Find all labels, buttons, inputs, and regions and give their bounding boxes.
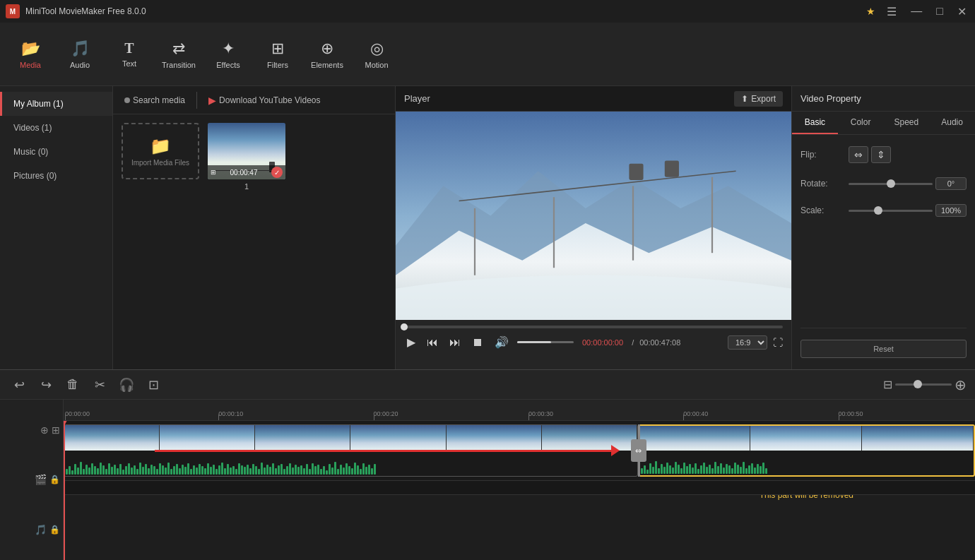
arrow-line (155, 450, 611, 452)
prop-tab-color[interactable]: Color (838, 112, 884, 134)
toolbar-filters[interactable]: ⊞ Filters (253, 26, 302, 83)
media-item[interactable]: ⊞ 00:00:47 ✓ 1 (208, 123, 285, 191)
flip-vertical-button[interactable]: ⇕ (871, 146, 891, 163)
player-title: Player (404, 93, 430, 104)
prev-button[interactable]: ⏮ (424, 335, 441, 350)
elements-icon: ⊕ (321, 40, 333, 58)
zoom-slider[interactable] (895, 383, 952, 386)
fullscreen-button[interactable]: ⛶ (773, 337, 783, 348)
zoom-out-button[interactable]: ⊟ (883, 378, 892, 391)
add-video-track-icon[interactable]: ⊕ (40, 424, 49, 436)
video-lock-icon[interactable]: 🔒 (49, 475, 60, 484)
zoom-in-button[interactable]: ⊕ (955, 376, 967, 393)
toolbar-media-label: Media (20, 61, 41, 69)
controls-row: ▶ ⏮ ⏭ ⏹ 🔊 00:00:00:00 / 00:00:47:08 16:9… (404, 334, 783, 350)
filters-icon: ⊞ (271, 40, 284, 58)
play-button[interactable]: ▶ (404, 334, 418, 350)
toolbar-text-label: Text (122, 59, 136, 68)
video-clip-right[interactable] (638, 424, 975, 477)
export-button[interactable]: ⬆ Export (734, 91, 783, 107)
split-handle[interactable]: ⇔ (631, 439, 646, 462)
menu-button[interactable]: ☰ (884, 5, 899, 18)
prop-tab-audio[interactable]: Audio (929, 112, 975, 134)
effects-icon: ✦ (222, 40, 235, 58)
mute-button[interactable]: 🔊 (492, 334, 512, 350)
scale-handle[interactable] (874, 206, 882, 215)
cut-button[interactable]: ✂ (89, 374, 110, 395)
toolbar-media[interactable]: 📂 Media (6, 26, 55, 83)
rotate-controls (849, 177, 967, 190)
toolbar-transition-label: Transition (162, 61, 196, 69)
media-thumbnail: ⊞ 00:00:47 ✓ (208, 123, 285, 179)
sidebar-item-videos[interactable]: Videos (1) (0, 116, 112, 140)
timeline-body: ⊕ ⊞ 🎬 🔒 🎵 🔒 00:00:00 00:00:10 00:00:20 (0, 400, 975, 560)
scale-controls (849, 204, 967, 217)
toolbar-elements[interactable]: ⊕ Elements (302, 26, 352, 83)
media-area: My Album (1) Videos (1) Music (0) Pictur… (0, 86, 395, 369)
maximize-button[interactable]: □ (933, 5, 946, 18)
toolbar-transition[interactable]: ⇄ Transition (154, 26, 203, 83)
thumb-cell-r (862, 426, 974, 451)
ruler-mark-0: 00:00:00 (65, 410, 90, 417)
media-check-icon: ✓ (271, 167, 283, 178)
toolbar-motion[interactable]: ◎ Motion (352, 26, 401, 83)
reset-button[interactable]: Reset (800, 340, 967, 358)
prop-tab-basic[interactable]: Basic (792, 112, 838, 134)
timeline-ruler: 00:00:00 00:00:10 00:00:20 00:00:30 00:0… (64, 400, 975, 421)
split-marker[interactable]: ⇔ (638, 424, 640, 477)
properties-panel: Video Property Basic Color Speed Audio F… (791, 86, 975, 369)
import-media-box[interactable]: 📁 Import Media Files (122, 123, 199, 179)
toolbar-audio[interactable]: 🎵 Audio (55, 26, 105, 83)
timeline: ↩ ↪ 🗑 ✂ 🎧 ⊡ ⊟ ⊕ ⊕ ⊞ 🎬 🔒 🎵 (0, 369, 975, 560)
timeline-content: 00:00:00 00:00:10 00:00:20 00:00:30 00:0… (64, 400, 975, 560)
media-toolbar: Search media ▶ Download YouTube Videos (113, 86, 395, 114)
rotate-row: Rotate: (800, 177, 967, 190)
youtube-download-button[interactable]: ▶ Download YouTube Videos (203, 92, 326, 109)
rotate-value[interactable] (935, 177, 967, 190)
audio-detach-button[interactable]: 🎧 (116, 374, 137, 395)
sidebar-item-pictures[interactable]: Pictures (0) (0, 164, 112, 188)
sidebar-item-my-album[interactable]: My Album (1) (0, 92, 112, 116)
close-button[interactable]: ✕ (955, 5, 969, 18)
progress-bar[interactable] (404, 326, 783, 328)
scale-value[interactable] (935, 204, 967, 217)
flip-horizontal-button[interactable]: ⇔ (849, 146, 868, 163)
ruler-mark-30: 00:00:30 (528, 410, 553, 417)
media-content: 📁 Import Media Files ⊞ 00:00:47 (113, 114, 395, 369)
search-media-button[interactable]: Search media (119, 93, 191, 108)
playhead[interactable] (64, 421, 65, 560)
media-duration: 00:00:47 (230, 169, 258, 177)
delete-clip-button[interactable]: 🗑 (62, 374, 83, 395)
minimize-button[interactable]: — (908, 5, 925, 18)
volume-slider[interactable] (517, 341, 574, 343)
search-dot (124, 97, 130, 103)
stop-button[interactable]: ⏹ (469, 335, 486, 350)
next-button[interactable]: ⏭ (447, 335, 463, 350)
time-current: 00:00:00:00 (582, 338, 623, 347)
undo-button[interactable]: ↩ (8, 374, 30, 395)
prop-tab-speed[interactable]: Speed (884, 112, 930, 134)
sidebar-item-music[interactable]: Music (0) (0, 140, 112, 164)
zoom-handle[interactable] (914, 380, 922, 388)
toolbar-effects[interactable]: ✦ Effects (203, 26, 253, 83)
ruler-line-20 (374, 415, 374, 420)
prop-tabs: Basic Color Speed Audio (792, 112, 975, 135)
app-title: MiniTool MovieMaker Free 8.0.0 (25, 6, 866, 16)
scale-slider[interactable] (849, 210, 933, 212)
toolbar-text[interactable]: T Text (105, 26, 154, 83)
redo-button[interactable]: ↪ (35, 374, 57, 395)
crop-button[interactable]: ⊡ (143, 374, 164, 395)
media-browser: Search media ▶ Download YouTube Videos 📁… (113, 86, 395, 369)
rotate-handle[interactable] (887, 179, 895, 188)
svg-rect-5 (629, 164, 643, 180)
progress-handle[interactable] (401, 323, 408, 330)
audio-lock-icon[interactable]: 🔒 (49, 525, 60, 535)
add-audio-track-icon[interactable]: ⊞ (52, 424, 60, 436)
star-icon: ★ (866, 6, 875, 17)
video-track-icon: 🎬 (35, 474, 47, 485)
rotate-slider[interactable] (849, 183, 933, 185)
toolbar-audio-label: Audio (70, 61, 90, 69)
export-icon: ⬆ (741, 94, 748, 104)
aspect-ratio-select[interactable]: 16:9 4:3 1:1 (728, 335, 767, 350)
ruler-mark-20: 00:00:20 (374, 410, 398, 417)
